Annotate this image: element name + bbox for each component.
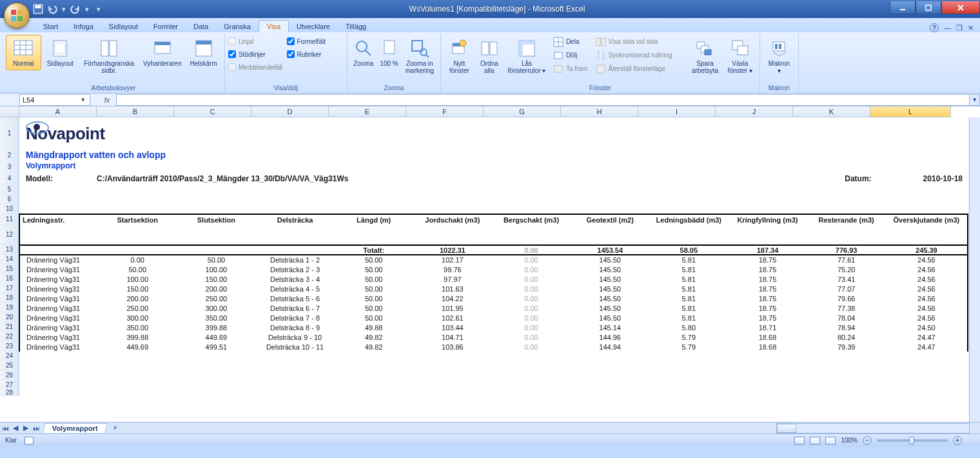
fx-icon[interactable]: fx — [101, 96, 113, 104]
view-layout-icon[interactable] — [810, 437, 820, 444]
gridlines-checkbox[interactable]: Stödlinjer — [228, 48, 286, 61]
first-sheet-icon[interactable]: ⏮ — [0, 423, 10, 433]
row-header[interactable]: 16 — [0, 274, 19, 283]
ruler-checkbox[interactable]: Linjal — [228, 35, 286, 48]
hide-button[interactable]: Dölj — [551, 48, 592, 62]
tab-formler[interactable]: Formler — [146, 21, 186, 32]
unhide-button[interactable]: Ta fram — [551, 62, 592, 75]
row-header[interactable]: 19 — [0, 303, 19, 312]
zoom-100-button[interactable]: 100 % — [378, 35, 401, 70]
new-window-button[interactable]: Nytt fönster — [444, 35, 475, 77]
formula-input[interactable] — [116, 94, 969, 106]
page-layout-button[interactable]: Sidlayout — [43, 35, 78, 70]
row-header[interactable]: 15 — [0, 264, 19, 274]
new-sheet-icon[interactable]: ✦ — [109, 424, 122, 432]
column-header[interactable]: K — [793, 106, 870, 117]
row-header[interactable]: 27 — [0, 380, 19, 390]
vertical-scrollbar[interactable] — [969, 117, 980, 422]
tab-data[interactable]: Data — [186, 21, 216, 32]
macros-button[interactable]: Makron▾ — [763, 35, 795, 77]
column-header[interactable]: A — [19, 106, 97, 117]
maximize-button[interactable] — [916, 1, 941, 14]
dropdown-icon[interactable]: ▾ — [61, 3, 67, 15]
row-header[interactable]: 10 — [0, 204, 19, 214]
undo-icon[interactable] — [46, 3, 58, 15]
prev-sheet-icon[interactable]: ◀ — [10, 423, 21, 433]
row-header[interactable]: 18 — [0, 293, 19, 303]
close-doc-icon[interactable]: ✕ — [968, 24, 974, 32]
column-header[interactable]: G — [484, 106, 561, 117]
reset-winpos-button[interactable]: Återställ fönsterläge — [593, 62, 687, 75]
view-break-icon[interactable] — [825, 437, 836, 444]
zoom-button[interactable]: Zooma — [351, 35, 377, 70]
row-header[interactable]: 25 — [0, 361, 19, 370]
last-sheet-icon[interactable]: ⏭ — [31, 423, 41, 433]
row-header[interactable]: 23 — [0, 341, 19, 351]
column-header[interactable]: J — [716, 106, 793, 117]
zoom-selection-button[interactable]: Zooma in markering — [402, 35, 437, 77]
column-header[interactable]: F — [406, 106, 484, 117]
formulabar-checkbox[interactable]: Formelfält — [287, 35, 344, 48]
tab-sidlayout[interactable]: Sidlayout — [101, 21, 146, 32]
row-header[interactable]: 28 — [0, 390, 19, 396]
row-header[interactable]: 13 — [0, 244, 19, 254]
save-icon[interactable] — [32, 3, 44, 15]
close-button[interactable] — [941, 1, 980, 14]
custom-views-button[interactable]: Vyhanteraren — [141, 35, 185, 70]
arrange-all-button[interactable]: Ordna alla — [476, 35, 504, 77]
tab-start[interactable]: Start — [35, 21, 66, 32]
normal-view-button[interactable]: Normal — [6, 35, 41, 70]
column-header[interactable]: B — [97, 106, 174, 117]
headings-checkbox[interactable]: Rubriker — [287, 48, 344, 61]
row-header[interactable]: 24 — [0, 351, 19, 361]
row-header[interactable]: 5 — [0, 184, 19, 194]
row-header[interactable]: 12 — [0, 225, 19, 244]
horizontal-scrollbar[interactable] — [776, 423, 970, 433]
sheet-tab[interactable]: Volymrapport — [43, 423, 108, 433]
save-workspace-button[interactable]: Spara arbetsyta — [687, 35, 722, 77]
split-button[interactable]: Dela — [551, 35, 592, 48]
dropdown-icon[interactable]: ▾ — [84, 3, 90, 15]
macro-record-icon[interactable] — [24, 437, 34, 444]
freeze-panes-button[interactable]: Lås fönsterrutor ▾ — [504, 35, 549, 77]
help-icon[interactable]: ? — [930, 23, 939, 32]
column-header[interactable]: I — [638, 106, 716, 117]
tab-visa[interactable]: Visa — [259, 20, 289, 32]
select-all-button[interactable] — [0, 106, 19, 117]
row-header[interactable]: 6 — [0, 194, 19, 204]
name-box[interactable]: L54▾ — [19, 94, 90, 106]
row-header[interactable]: 1 — [0, 117, 19, 150]
column-header[interactable]: H — [561, 106, 638, 117]
row-header[interactable]: 4 — [0, 173, 19, 184]
row-header[interactable]: 11 — [0, 214, 19, 225]
redo-icon[interactable] — [70, 3, 81, 15]
column-header[interactable]: E — [329, 106, 406, 117]
zoom-in-button[interactable]: + — [953, 436, 962, 445]
fullscreen-button[interactable]: Helskärm — [186, 35, 221, 70]
row-header[interactable]: 20 — [0, 312, 19, 322]
column-header[interactable]: D — [251, 106, 329, 117]
switch-windows-button[interactable]: Växla fönster ▾ — [724, 35, 756, 77]
row-header[interactable]: 3 — [0, 161, 19, 173]
tab-tillagg[interactable]: Tillägg — [338, 21, 374, 32]
page-break-preview-button[interactable]: Förhandsgranska sidbr. — [79, 35, 139, 77]
row-header[interactable]: 26 — [0, 370, 19, 380]
qat-customize-icon[interactable]: ▾ — [93, 3, 104, 15]
office-button[interactable] — [4, 3, 30, 28]
tab-utvecklare[interactable]: Utvecklare — [289, 21, 338, 32]
view-normal-icon[interactable] — [794, 437, 805, 444]
expand-formula-icon[interactable]: ▾ — [969, 94, 980, 106]
minimize-ribbon-icon[interactable]: — — [944, 24, 951, 32]
tab-infoga[interactable]: Infoga — [66, 21, 101, 32]
zoom-out-button[interactable]: − — [863, 436, 872, 445]
row-header[interactable]: 14 — [0, 254, 19, 264]
tab-granska[interactable]: Granska — [216, 21, 259, 32]
msgbar-checkbox[interactable]: Meddelandefält — [228, 61, 286, 74]
minimize-button[interactable] — [890, 1, 916, 14]
column-header[interactable]: L — [870, 106, 951, 117]
side-by-side-button[interactable]: Visa sida vid sida — [593, 35, 687, 48]
zoom-slider[interactable] — [877, 439, 948, 442]
sync-scroll-button[interactable]: Synkroniserad rullning — [593, 48, 687, 62]
row-header[interactable]: 21 — [0, 322, 19, 332]
row-header[interactable]: 17 — [0, 283, 19, 293]
